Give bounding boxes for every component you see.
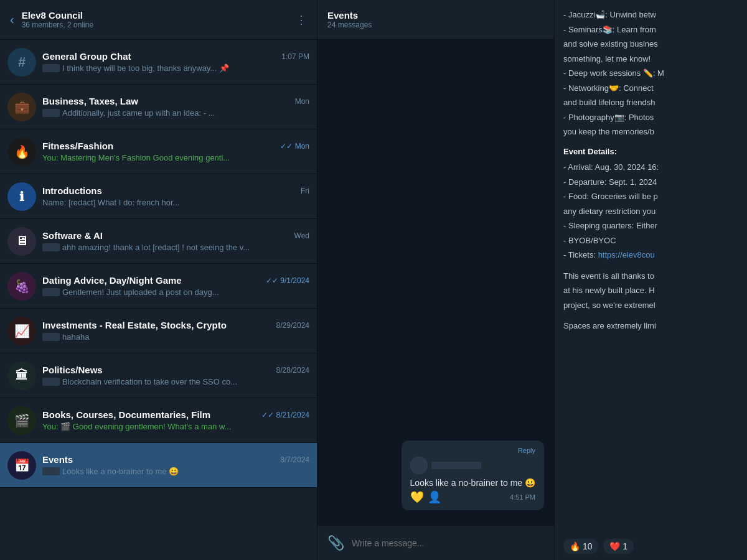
sidebar-header-left: ‹ Elev8 Council 36 members, 2 online <box>10 10 93 29</box>
preview-text-fitness: You: Mastering Men's Fashion Good evenin… <box>42 153 230 162</box>
checkmark-books: ✓✓ <box>261 411 274 419</box>
checkmark-fitness: ✓✓ <box>280 142 293 151</box>
chat-body-books: Books, Courses, Documentaries, Film✓✓ 8/… <box>42 409 309 431</box>
chat-preview-investments: hahaha <box>42 332 309 342</box>
chat-icon-general: # <box>7 48 36 77</box>
chat-body-events: Events8/7/2024Looks like a no-brainer to… <box>42 454 309 476</box>
chat-name-investments: Investments - Real Estate, Stocks, Crypt… <box>42 320 227 330</box>
message-bubble: Reply Looks like a no-brainer to me 😀 💛 … <box>402 441 544 510</box>
sidebar-title: Elev8 Council <box>22 10 93 21</box>
chat-time-investments: 8/29/2024 <box>276 321 309 330</box>
right-line: and build lifelong friendsh <box>563 96 738 109</box>
message-meta: 💛 👤 4:51 PM <box>410 490 535 504</box>
sidebar-menu-button[interactable]: ⋮ <box>296 13 307 27</box>
chat-time-events: 8/7/2024 <box>280 455 309 464</box>
redact-general <box>42 64 60 72</box>
thanks-line: This event is all thanks to <box>563 270 738 282</box>
sidebar-title-block: Elev8 Council 36 members, 2 online <box>22 10 93 29</box>
chat-name-books: Books, Courses, Documentaries, Film <box>42 409 210 420</box>
preview-text-software: ahh amazing! thank a lot [redact] ! not … <box>62 243 250 252</box>
chat-item-dating[interactable]: 🍇Dating Advice, Day/Night Game✓✓ 9/1/202… <box>0 264 317 309</box>
detail-line: - Arrival: Aug. 30, 2024 16: <box>563 161 738 174</box>
reply-sender-row <box>410 457 535 474</box>
sender-avatar-redact <box>410 457 428 474</box>
chat-preview-books: You: 🎬 Good evening gentlemen! What's a … <box>42 422 309 431</box>
back-button[interactable]: ‹ <box>10 12 14 27</box>
chat-preview-intro: Name: [redact] What I do: french hor... <box>42 198 309 207</box>
redact-politics <box>42 378 60 386</box>
chat-time-fitness: ✓✓ Mon <box>280 142 309 151</box>
chat-time-business: Mon <box>295 97 309 106</box>
redact-software <box>42 243 60 251</box>
chat-body-fitness: Fitness/Fashion✓✓ MonYou: Mastering Men'… <box>42 141 309 162</box>
chat-preview-events: Looks like a no-brainer to me 😀 <box>42 467 309 476</box>
chat-icon-events: 📅 <box>7 451 36 480</box>
right-panel: - Jacuzzi🛁: Unwind betw- Seminars📚: Lear… <box>554 0 747 560</box>
chat-item-investments[interactable]: 📈Investments - Real Estate, Stocks, Cryp… <box>0 309 317 353</box>
chat-item-politics[interactable]: 🏛Politics/News8/28/2024Blockchain verifi… <box>0 353 317 398</box>
checkmark-dating: ✓✓ <box>266 276 278 285</box>
chat-item-software[interactable]: 🖥Software & AIWedahh amazing! thank a lo… <box>0 219 317 264</box>
input-area: 📎 <box>317 525 554 560</box>
right-reaction[interactable]: ❤️ 1 <box>603 539 634 554</box>
chat-body-business: Business, Taxes, LawMonAdditionally, jus… <box>42 96 309 118</box>
chat-time-politics: 8/28/2024 <box>276 366 309 375</box>
chat-body-dating: Dating Advice, Day/Night Game✓✓ 9/1/2024… <box>42 275 309 297</box>
chat-icon-software: 🖥 <box>7 227 36 256</box>
detail-line: - Departure: Sept. 1, 2024 <box>563 176 738 189</box>
chat-header-info: Events 24 messages <box>327 10 372 29</box>
thanks-line: at his newly built place. H <box>563 284 738 297</box>
preview-text-dating: Gentlemen! Just uploaded a post on dayg.… <box>62 287 219 297</box>
chat-icon-dating: 🍇 <box>7 272 36 301</box>
right-line: - Jacuzzi🛁: Unwind betw <box>563 9 738 21</box>
chat-preview-politics: Blockchain verification to take over the… <box>42 377 309 386</box>
preview-text-business: Additionally, just came up with an idea:… <box>62 108 215 118</box>
chat-body-general: General Group Chat1:07 PMI think they wi… <box>42 51 309 73</box>
right-line: - Deep work sessions ✏️: M <box>563 67 738 80</box>
redact-business <box>42 109 60 117</box>
chat-name-intro: Introductions <box>42 185 102 196</box>
right-line: - Networking🤝: Connect <box>563 82 738 95</box>
chat-icon-books: 🎬 <box>7 406 36 435</box>
thanks-line: project, so we're extremel <box>563 299 738 312</box>
detail-line: any dietary restriction you <box>563 205 738 218</box>
chat-preview-software: ahh amazing! thank a lot [redact] ! not … <box>42 243 309 252</box>
chat-preview-business: Additionally, just came up with an idea:… <box>42 108 309 118</box>
right-reactions: 🔥 10❤️ 1 <box>555 533 747 560</box>
reply-label: Reply <box>410 447 535 454</box>
chat-name-dating: Dating Advice, Day/Night Game <box>42 275 182 286</box>
chat-item-fitness[interactable]: 🔥Fitness/Fashion✓✓ MonYou: Mastering Men… <box>0 129 317 174</box>
sidebar: ‹ Elev8 Council 36 members, 2 online ⋮ #… <box>0 0 317 560</box>
main-chat: Events 24 messages Reply Looks like a no… <box>317 0 554 560</box>
message-input[interactable] <box>352 538 544 548</box>
detail-line: - Sleeping quarters: Either <box>563 220 738 232</box>
message-time: 4:51 PM <box>510 493 535 501</box>
attach-button[interactable]: 📎 <box>327 535 344 551</box>
chat-list: #General Group Chat1:07 PMI think they w… <box>0 40 317 560</box>
chat-preview-dating: Gentlemen! Just uploaded a post on dayg.… <box>42 287 309 297</box>
chat-body-politics: Politics/News8/28/2024Blockchain verific… <box>42 365 309 386</box>
detail-line: - Food: Groceries will be p <box>563 190 738 203</box>
right-line: - Photography📷: Photos <box>563 111 738 124</box>
chat-time-general: 1:07 PM <box>281 52 309 61</box>
chat-item-general[interactable]: #General Group Chat1:07 PMI think they w… <box>0 40 317 85</box>
preview-text-events: Looks like a no-brainer to me 😀 <box>62 467 179 476</box>
ticket-link[interactable]: https://elev8cou <box>598 250 655 259</box>
redact-events <box>42 467 60 475</box>
right-line: you keep the memories/b <box>563 126 738 138</box>
chat-item-events[interactable]: 📅Events8/7/2024Looks like a no-brainer t… <box>0 443 317 488</box>
right-line: - Seminars📚: Learn from <box>563 24 738 36</box>
chat-item-books[interactable]: 🎬Books, Courses, Documentaries, Film✓✓ 8… <box>0 398 317 443</box>
chat-header-name: Events <box>327 10 372 21</box>
chat-icon-fitness: 🔥 <box>7 138 36 166</box>
right-reaction[interactable]: 🔥 10 <box>563 539 598 554</box>
detail-line: - Tickets: https://elev8cou <box>563 249 738 261</box>
chat-name-politics: Politics/News <box>42 365 103 375</box>
chat-icon-intro: ℹ <box>7 182 36 211</box>
chat-item-intro[interactable]: ℹIntroductionsFriName: [redact] What I d… <box>0 174 317 219</box>
chat-item-business[interactable]: 💼Business, Taxes, LawMonAdditionally, ju… <box>0 85 317 129</box>
chat-body-intro: IntroductionsFriName: [redact] What I do… <box>42 185 309 207</box>
event-details-title: Event Details: <box>563 146 738 158</box>
chat-time-books: ✓✓ 8/21/2024 <box>261 411 309 419</box>
message-text: Looks like a no-brainer to me 😀 <box>410 478 535 488</box>
